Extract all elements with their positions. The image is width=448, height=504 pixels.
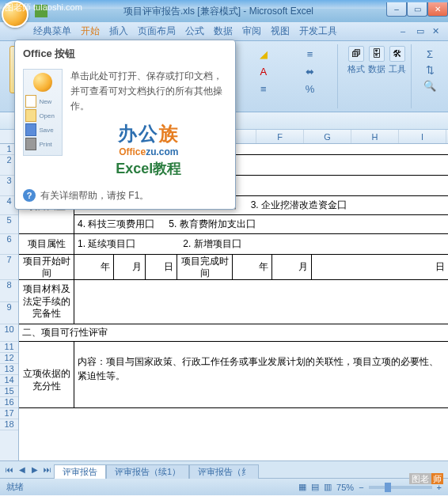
align-center-button[interactable]: ≡ <box>302 46 319 62</box>
tab-nav-prev[interactable]: ◀ <box>16 464 28 476</box>
window-title: 项目评审报告.xls [兼容模式] - Microsoft Excel <box>51 5 386 18</box>
percent-button[interactable]: % <box>302 81 319 97</box>
close-button[interactable]: ✕ <box>427 2 448 17</box>
find-button[interactable]: 🔍 <box>421 78 439 93</box>
mdi-restore-button[interactable]: ▭ <box>416 26 427 37</box>
tab-view[interactable]: 视图 <box>271 25 290 38</box>
view-layout-icon[interactable]: ▤ <box>311 482 319 492</box>
row-header-17[interactable]: 17 <box>0 408 18 419</box>
zoom-level[interactable]: 75% <box>336 483 354 492</box>
watermark-top-left: 图老师 tulaoshi.com <box>5 2 82 13</box>
tools-icon[interactable]: 🛠 <box>389 46 405 62</box>
align-left-button[interactable]: ≡ <box>255 81 272 97</box>
row-header-15[interactable]: 15 <box>0 386 18 397</box>
sheet-tabs-bar: ⏮ ◀ ▶ ⏭ 评审报告 评审报告（续1） 评审报告（纟 <box>0 460 448 478</box>
cell-start-time-label[interactable]: 项目开始时间 <box>19 255 74 279</box>
office-button-tooltip: Office 按钮 New Open Save Print 单击此处可打开、保存… <box>14 40 236 210</box>
tooltip-footer: 有关详细帮助，请按 F1。 <box>40 189 149 203</box>
cell-end-time-label[interactable]: 项目完成时间 <box>177 255 233 279</box>
cell-materials-label[interactable]: 项目材料及法定手续的完备性 <box>19 280 74 324</box>
zoom-slider[interactable] <box>369 486 432 489</box>
tooltip-title: Office 按钮 <box>23 47 227 61</box>
cell-basis-content[interactable]: 内容：项目与国家政策、行政工作任务或事业发展计划的关联性，项目立项的必要性、紧迫… <box>74 353 448 407</box>
row-header-18[interactable]: 18 <box>0 419 18 430</box>
font-color-button[interactable]: A <box>255 63 272 79</box>
tab-formulas[interactable]: 公式 <box>185 25 204 38</box>
row-header-13[interactable]: 13 <box>0 364 18 375</box>
office-orb-icon <box>33 73 52 92</box>
mdi-close-button[interactable]: ✕ <box>432 26 443 37</box>
cell-basis-label[interactable]: 立项依据的充分性 <box>19 353 74 407</box>
sheet-tab-3[interactable]: 评审报告（纟 <box>189 464 259 479</box>
status-text: 就绪 <box>6 481 24 493</box>
mdi-minimize-button[interactable]: – <box>401 26 412 37</box>
tab-insert[interactable]: 插入 <box>109 25 128 38</box>
tab-nav-last[interactable]: ⏭ <box>41 464 54 476</box>
view-pagebreak-icon[interactable]: ▥ <box>324 482 332 492</box>
fill-color-button[interactable]: ◢ <box>255 46 272 62</box>
status-bar: 就绪 ▦ ▤ ▥ 75% − + <box>0 478 448 495</box>
row-header-8[interactable]: 8 <box>0 280 18 302</box>
sheet-tab-1[interactable]: 评审报告 <box>54 464 106 479</box>
row-header-6[interactable]: 6 <box>0 234 18 255</box>
menu-bar: 经典菜单 开始 插入 页面布局 公式 数据 审阅 视图 开发工具 – ▭ ✕ <box>0 22 448 41</box>
view-normal-icon[interactable]: ▦ <box>298 482 306 492</box>
tab-page-layout[interactable]: 页面布局 <box>138 25 176 38</box>
col-header-i[interactable]: I <box>399 130 446 143</box>
row-header-5[interactable]: 5 <box>0 215 18 234</box>
row-header-11[interactable]: 11 <box>0 342 18 353</box>
tooltip-thumbnail: New Open Save Print <box>23 69 63 156</box>
data-icon[interactable]: 🗄 <box>369 46 385 62</box>
cell-section-2[interactable]: 二、项目可行性评审 <box>19 324 448 341</box>
printer-icon <box>25 138 36 150</box>
row-header-12[interactable]: 12 <box>0 353 18 364</box>
sort-button[interactable]: ⇅ <box>421 62 439 78</box>
maximize-button[interactable]: ▭ <box>407 2 427 17</box>
watermark-bottom-right: 图老师 <box>409 473 443 485</box>
col-header-h[interactable]: H <box>351 130 399 143</box>
row-header-16[interactable]: 16 <box>0 397 18 408</box>
tab-classic-menu[interactable]: 经典菜单 <box>33 25 71 38</box>
row-header-7[interactable]: 7 <box>0 255 18 280</box>
autosum-button[interactable]: Σ <box>421 46 439 62</box>
format-icon[interactable]: 🗊 <box>348 46 364 62</box>
tooltip-description: 单击此处可打开、保存或打印文档，并可查看可对文档执行的所有其他操作。 <box>70 69 227 115</box>
tab-nav-next[interactable]: ▶ <box>28 464 41 476</box>
tab-home[interactable]: 开始 <box>81 25 100 38</box>
zoom-out-button[interactable]: − <box>359 483 363 492</box>
tab-nav-first[interactable]: ⏮ <box>3 464 16 476</box>
tab-data[interactable]: 数据 <box>214 25 233 38</box>
new-doc-icon <box>25 95 36 108</box>
row-header-9[interactable]: 9 <box>0 302 18 324</box>
save-disk-icon <box>25 123 36 136</box>
col-header-f[interactable]: F <box>256 130 304 143</box>
minimize-button[interactable]: – <box>386 2 407 17</box>
help-icon: ? <box>23 189 36 202</box>
row-header-10[interactable]: 10 <box>0 324 18 342</box>
merge-button[interactable]: ⬌ <box>302 63 319 79</box>
brand-block: 办公族 Officezu.com Excel教程 <box>70 121 227 178</box>
cell-project-attr-label[interactable]: 项目属性 <box>19 234 74 254</box>
row-header-14[interactable]: 14 <box>0 375 18 386</box>
tab-review[interactable]: 审阅 <box>242 25 261 38</box>
col-header-g[interactable]: G <box>304 130 351 143</box>
tab-developer[interactable]: 开发工具 <box>299 25 337 38</box>
sheet-tab-2[interactable]: 评审报告（续1） <box>106 464 189 479</box>
open-folder-icon <box>25 109 36 122</box>
